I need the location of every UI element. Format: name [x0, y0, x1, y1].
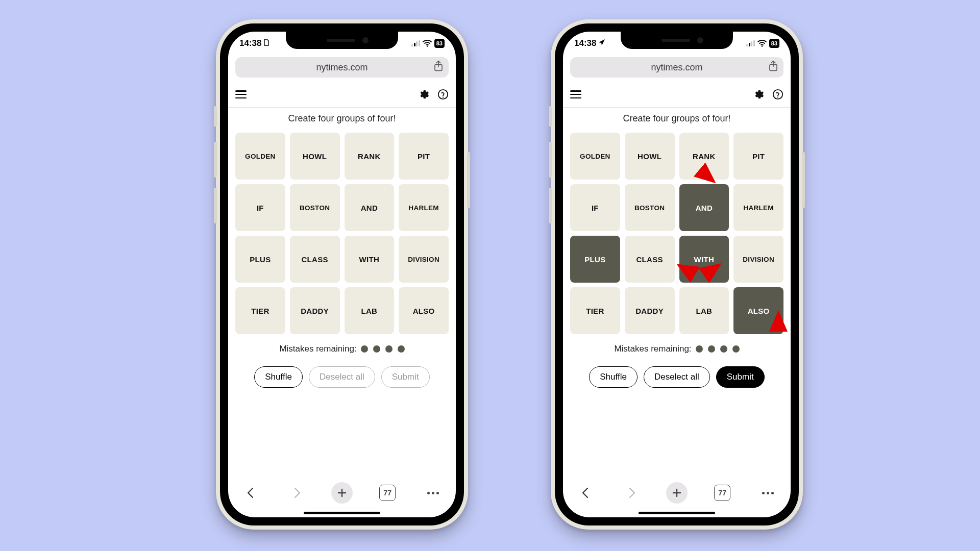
tabs-button[interactable]: 77 — [377, 482, 398, 504]
submit-button[interactable]: Submit — [716, 366, 765, 388]
tile-and[interactable]: AND — [679, 184, 729, 231]
menu-icon[interactable] — [235, 90, 247, 98]
home-indicator[interactable] — [304, 512, 380, 514]
tile-golden[interactable]: GOLDEN — [570, 133, 620, 180]
side-button — [214, 106, 217, 127]
browser-toolbar: 77 — [228, 478, 456, 508]
tile-also[interactable]: ALSO — [733, 287, 783, 334]
mistakes-row: Mistakes remaining: — [228, 344, 456, 354]
svg-point-0 — [427, 45, 428, 46]
tile-class[interactable]: CLASS — [625, 236, 675, 283]
tile-howl[interactable]: HOWL — [290, 133, 340, 180]
tile-plus[interactable]: PLUS — [235, 236, 285, 283]
tile-with[interactable]: WITH — [679, 236, 729, 283]
tile-if[interactable]: IF — [235, 184, 285, 231]
tile-tier[interactable]: TIER — [570, 287, 620, 334]
phone-screen: 14:38 83 nytimes.com — [563, 32, 791, 517]
status-time: 14:38 — [574, 38, 596, 48]
tile-plus[interactable]: PLUS — [570, 236, 620, 283]
signal-icon — [746, 40, 755, 46]
mistake-dot — [732, 345, 740, 353]
tile-boston[interactable]: BOSTON — [290, 184, 340, 231]
signal-icon — [411, 40, 420, 46]
phone-notch — [286, 32, 398, 49]
tile-if[interactable]: IF — [570, 184, 620, 231]
tile-daddy[interactable]: DADDY — [290, 287, 340, 334]
tile-pit[interactable]: PIT — [399, 133, 449, 180]
phone-mockup-left: 14:38 83 nytimes.com — [216, 19, 468, 530]
phone-bezel: 14:38 83 nytimes.com — [220, 23, 464, 525]
tile-also[interactable]: ALSO — [399, 287, 449, 334]
back-button[interactable] — [240, 482, 262, 504]
browser-toolbar: 77 — [563, 478, 791, 508]
deselect-button: Deselect all — [309, 366, 375, 388]
gear-icon[interactable] — [753, 89, 764, 100]
address-url: nytimes.com — [316, 62, 368, 73]
stage: 14:38 83 nytimes.com — [0, 0, 980, 551]
tile-tier[interactable]: TIER — [235, 287, 285, 334]
menu-icon[interactable] — [570, 90, 581, 98]
tile-boston[interactable]: BOSTON — [625, 184, 675, 231]
side-button — [214, 188, 217, 223]
shuffle-button[interactable]: Shuffle — [589, 366, 638, 388]
mistake-dot — [361, 345, 368, 353]
mistake-dot — [373, 345, 380, 353]
gear-icon[interactable] — [418, 89, 429, 100]
button-row: Shuffle Deselect all Submit — [228, 366, 456, 388]
mistakes-label: Mistakes remaining: — [614, 344, 691, 354]
tile-and[interactable]: AND — [345, 184, 395, 231]
tile-pit[interactable]: PIT — [733, 133, 783, 180]
tile-daddy[interactable]: DADDY — [625, 287, 675, 334]
wifi-icon — [423, 40, 432, 47]
more-button[interactable] — [757, 482, 778, 504]
app-header — [563, 82, 791, 108]
tile-grid: GOLDENHOWLRANKPITIFBOSTONANDHARLEMPLUSCL… — [235, 133, 449, 334]
instruction-text: Create four groups of four! — [228, 113, 456, 124]
new-tab-button[interactable] — [666, 482, 688, 504]
tile-class[interactable]: CLASS — [290, 236, 340, 283]
share-icon[interactable] — [768, 61, 778, 74]
tile-lab[interactable]: LAB — [345, 287, 395, 334]
tile-rank[interactable]: RANK — [345, 133, 395, 180]
side-button — [802, 152, 805, 208]
phone-notch — [621, 32, 733, 49]
more-button[interactable] — [422, 482, 444, 504]
deselect-button[interactable]: Deselect all — [644, 366, 710, 388]
new-tab-button[interactable] — [331, 482, 353, 504]
tile-lab[interactable]: LAB — [679, 287, 729, 334]
address-bar[interactable]: nytimes.com — [570, 57, 783, 78]
help-icon[interactable] — [772, 89, 783, 100]
mistake-dot — [708, 345, 715, 353]
side-button — [467, 152, 470, 208]
side-button — [549, 106, 552, 127]
forward-button[interactable] — [286, 482, 307, 504]
phone-mockup-right: 14:38 83 nytimes.com — [551, 19, 803, 530]
mistakes-row: Mistakes remaining: — [563, 344, 791, 354]
svg-point-7 — [777, 96, 778, 97]
tabs-button[interactable]: 77 — [712, 482, 733, 504]
tile-harlem[interactable]: HARLEM — [399, 184, 449, 231]
shuffle-button[interactable]: Shuffle — [254, 366, 303, 388]
status-indicator-icon — [263, 38, 270, 48]
status-time: 14:38 — [239, 38, 261, 48]
address-bar[interactable]: nytimes.com — [235, 57, 449, 78]
tile-division[interactable]: DIVISION — [733, 236, 783, 283]
share-icon[interactable] — [433, 61, 444, 74]
tile-howl[interactable]: HOWL — [625, 133, 675, 180]
button-row: Shuffle Deselect all Submit — [563, 366, 791, 388]
tile-division[interactable]: DIVISION — [399, 236, 449, 283]
status-indicator-icon — [598, 38, 605, 48]
help-icon[interactable] — [437, 89, 449, 100]
forward-button[interactable] — [621, 482, 642, 504]
phone-screen: 14:38 83 nytimes.com — [228, 32, 456, 517]
tile-with[interactable]: WITH — [345, 236, 395, 283]
mistake-dot — [720, 345, 727, 353]
tile-harlem[interactable]: HARLEM — [733, 184, 783, 231]
phone-bezel: 14:38 83 nytimes.com — [555, 23, 799, 525]
tile-rank[interactable]: RANK — [679, 133, 729, 180]
home-indicator[interactable] — [639, 512, 715, 514]
back-button[interactable] — [575, 482, 597, 504]
app-header — [228, 82, 456, 108]
tile-grid: GOLDENHOWLRANKPITIFBOSTONANDHARLEMPLUSCL… — [570, 133, 783, 334]
tile-golden[interactable]: GOLDEN — [235, 133, 285, 180]
